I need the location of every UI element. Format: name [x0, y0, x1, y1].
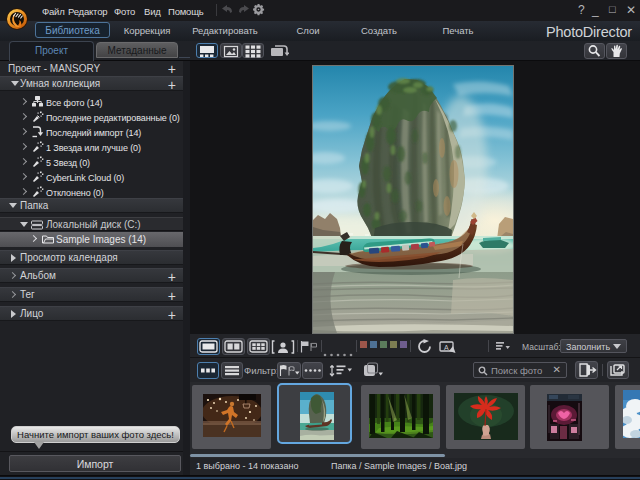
svg-text:A: A — [444, 344, 449, 351]
